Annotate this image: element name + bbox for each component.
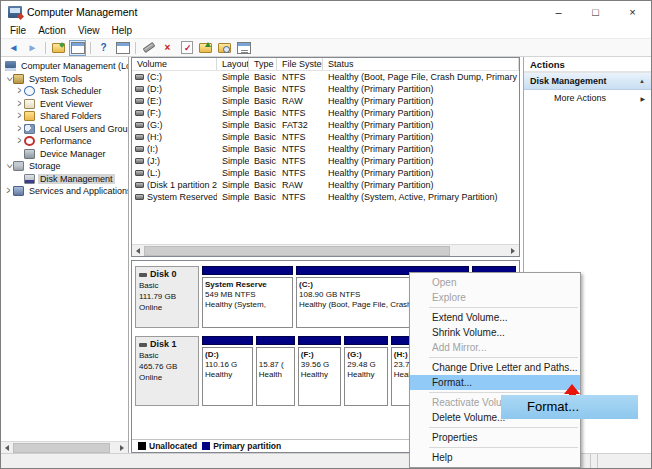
- volume-icon: [135, 122, 144, 128]
- scrollbar-thumb[interactable]: [13, 443, 110, 453]
- chevron-icon[interactable]: [14, 136, 24, 146]
- legend-swatch: [138, 442, 146, 450]
- partition-box[interactable]: (D:) 110.16 G Healthy: [202, 336, 253, 406]
- tree-item[interactable]: Services and Applications: [1, 185, 128, 198]
- volume-row[interactable]: (L:) Simple Basic NTFS Healthy (Primary …: [132, 167, 519, 179]
- context-menu-item[interactable]: Add Mirror...: [410, 340, 580, 355]
- volume-row[interactable]: (Disk 1 partition 2) Simple Basic RAW He…: [132, 179, 519, 191]
- context-menu-item[interactable]: Extend Volume...: [410, 310, 580, 325]
- tree-item[interactable]: Task Scheduler: [1, 85, 128, 98]
- show-console-tree-icon[interactable]: [69, 40, 86, 56]
- disk-0-label[interactable]: Disk 0 Basic 111.79 GB Online: [135, 266, 199, 328]
- chevron-icon[interactable]: [14, 86, 24, 96]
- context-menu-item[interactable]: Open: [410, 275, 580, 290]
- menubar-item[interactable]: File: [4, 25, 32, 36]
- volume-row[interactable]: (C:) Simple Basic NTFS Healthy (Boot, Pa…: [132, 71, 519, 83]
- column-header-status[interactable]: Status: [323, 58, 519, 70]
- volume-row[interactable]: (I:) Simple Basic NTFS Healthy (Primary …: [132, 143, 519, 155]
- scroll-right-arrow-icon[interactable]: [116, 442, 128, 454]
- volume-row[interactable]: (H:) Simple Basic NTFS Healthy (Primary …: [132, 131, 519, 143]
- check-document-icon[interactable]: [178, 40, 195, 56]
- volume-row[interactable]: (J:) Simple Basic NTFS Healthy (Primary …: [132, 155, 519, 167]
- device-manager-icon: [24, 149, 35, 159]
- tree-item-label: Disk Management: [38, 174, 115, 184]
- partition-box[interactable]: (F:) 39.56 G Healthy: [298, 336, 342, 406]
- screwdriver-icon[interactable]: [140, 40, 157, 56]
- context-menu-item[interactable]: [429, 307, 578, 308]
- context-menu-item[interactable]: [429, 357, 578, 358]
- task-scheduler-icon: [24, 86, 35, 96]
- context-menu-item[interactable]: Format...: [410, 375, 580, 390]
- volume-list-header: Volume Layout Type File System Status: [132, 58, 519, 71]
- chevron-icon[interactable]: [14, 111, 24, 121]
- tree-item[interactable]: Event Viewer: [1, 98, 128, 111]
- partition-box[interactable]: (G:) 29.48 G Healthy: [344, 336, 388, 406]
- context-menu-item[interactable]: Shrink Volume...: [410, 325, 580, 340]
- context-menu-item[interactable]: [429, 392, 578, 393]
- scroll-right-arrow-icon[interactable]: [507, 245, 519, 257]
- menubar-item[interactable]: Help: [105, 25, 138, 36]
- scrollbar-thumb[interactable]: [144, 246, 450, 256]
- tree-item[interactable]: Device Manager: [1, 148, 128, 161]
- toolbar-separator[interactable]: [43, 40, 48, 56]
- more-actions-item[interactable]: More Actions ▶: [524, 90, 651, 106]
- open-folder-icon[interactable]: [50, 40, 67, 56]
- chevron-icon[interactable]: [3, 186, 13, 196]
- collapse-arrow-icon[interactable]: ▲: [639, 78, 645, 84]
- menubar-item[interactable]: Action: [32, 25, 72, 36]
- details-view-icon[interactable]: [235, 40, 252, 56]
- toolbar-separator[interactable]: [88, 40, 93, 56]
- menubar-item[interactable]: View: [72, 25, 106, 36]
- context-menu-item[interactable]: [429, 447, 578, 448]
- volume-row[interactable]: System Reserved (K:) Simple Basic NTFS H…: [132, 191, 519, 203]
- chevron-icon[interactable]: [14, 124, 24, 134]
- disk-1-label[interactable]: Disk 1 Basic 465.76 GB Online: [135, 336, 199, 406]
- delete-volume-icon[interactable]: ×: [159, 40, 176, 56]
- volume-row[interactable]: (E:) Simple Basic RAW Healthy (Primary P…: [132, 95, 519, 107]
- tree-item[interactable]: Computer Management (Local: [1, 60, 128, 73]
- tree-item[interactable]: System Tools: [1, 73, 128, 86]
- tree-horizontal-scrollbar[interactable]: [1, 441, 128, 453]
- actions-header: Actions: [524, 57, 651, 73]
- tree-item[interactable]: Local Users and Groups: [1, 123, 128, 136]
- column-header-type[interactable]: Type: [249, 58, 277, 70]
- volume-row[interactable]: (G:) Simple Basic FAT32 Healthy (Primary…: [132, 119, 519, 131]
- tree-item[interactable]: Shared Folders: [1, 110, 128, 123]
- scroll-left-arrow-icon[interactable]: [1, 442, 13, 454]
- column-header-filesystem[interactable]: File System: [277, 58, 323, 70]
- partition-box[interactable]: System Reserve 549 MB NTFS Healthy (Syst…: [202, 266, 293, 328]
- forward-icon[interactable]: ►: [24, 40, 41, 56]
- chevron-icon[interactable]: [3, 74, 13, 84]
- context-menu-item[interactable]: [429, 427, 578, 428]
- volume-icon: [135, 134, 144, 140]
- volume-row[interactable]: (F:) Simple Basic NTFS Healthy (Primary …: [132, 107, 519, 119]
- partition-box[interactable]: 15.87 ( Health: [256, 336, 295, 406]
- tree-item[interactable]: Disk Management: [1, 173, 128, 186]
- volume-list-horizontal-scrollbar[interactable]: [132, 244, 519, 256]
- volume-row[interactable]: (D:) Simple Basic NTFS Healthy (Primary …: [132, 83, 519, 95]
- close-button[interactable]: ×: [614, 2, 651, 22]
- menu-bar: File Action View Help: [1, 23, 651, 38]
- back-icon[interactable]: ◄: [5, 40, 22, 56]
- tree-item[interactable]: Performance: [1, 135, 128, 148]
- column-header-volume[interactable]: Volume: [132, 58, 217, 70]
- tree-item[interactable]: Storage: [1, 160, 128, 173]
- folder-add-icon[interactable]: [197, 40, 214, 56]
- context-menu-item[interactable]: Help: [410, 450, 580, 465]
- toolbar-separator[interactable]: [133, 40, 138, 56]
- maximize-button[interactable]: □: [577, 2, 614, 22]
- help-icon[interactable]: ?: [95, 40, 112, 56]
- minimize-button[interactable]: –: [540, 2, 577, 22]
- chevron-icon[interactable]: [3, 161, 13, 171]
- show-action-pane-icon[interactable]: [114, 40, 131, 56]
- folder-search-icon[interactable]: [216, 40, 233, 56]
- actions-group-disk-management[interactable]: Disk Management ▲: [524, 73, 651, 90]
- scroll-left-arrow-icon[interactable]: [132, 245, 144, 257]
- context-menu-item[interactable]: Change Drive Letter and Paths...: [410, 360, 580, 375]
- context-menu-item[interactable]: Properties: [410, 430, 580, 445]
- context-menu-item[interactable]: Explore: [410, 290, 580, 305]
- chevron-icon[interactable]: [14, 99, 24, 109]
- primary-partition-bar: [256, 336, 295, 345]
- volume-icon: [135, 170, 144, 176]
- column-header-layout[interactable]: Layout: [217, 58, 249, 70]
